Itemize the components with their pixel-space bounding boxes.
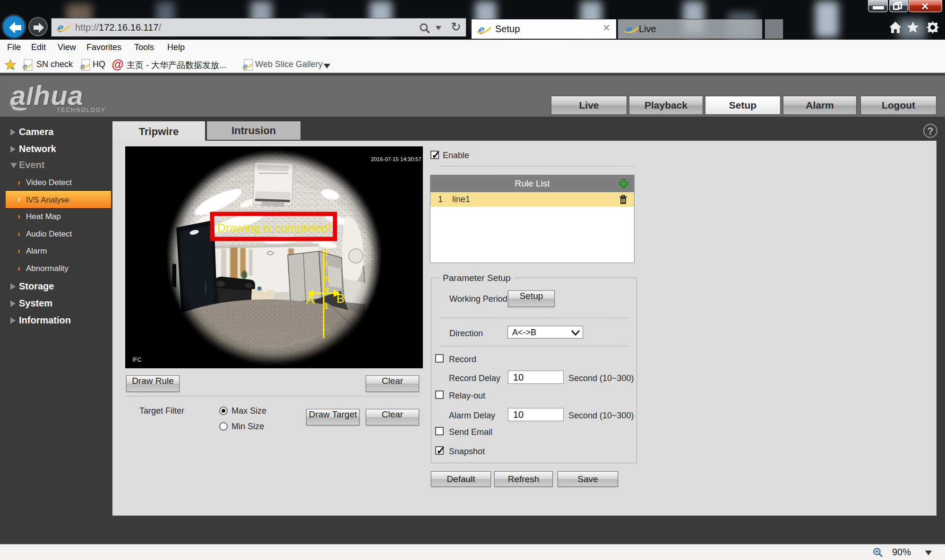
svg-text:e: e [478,22,484,37]
svg-text:l: l [326,249,327,257]
svg-text:e: e [57,20,63,35]
svg-text:Drawing is completed!: Drawing is completed! [217,221,331,234]
svg-text:2016-07-15 14:30:57: 2016-07-15 14:30:57 [371,156,421,162]
svg-text:e: e [243,60,248,71]
svg-text:i: i [326,260,327,268]
svg-text:1: 1 [324,302,328,310]
svg-text:e: e [23,60,27,71]
svg-text:IFC: IFC [132,356,142,363]
svg-text:n: n [325,274,330,282]
svg-text:e: e [325,285,329,293]
svg-text:B: B [336,291,344,305]
svg-text:e: e [80,60,85,71]
svg-text:A: A [306,292,315,306]
svg-text:e: e [626,22,632,37]
